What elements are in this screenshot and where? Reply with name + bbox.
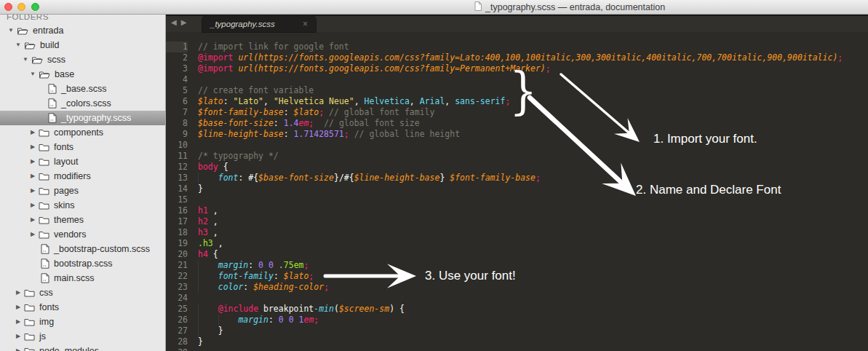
sidebar-item-scss[interactable]: ▼scss bbox=[0, 52, 165, 67]
code-line[interactable]: 17h2 , bbox=[166, 216, 868, 227]
sidebar-item-bootstrap-scss[interactable]: bootstrap.scss bbox=[0, 256, 165, 271]
line-number: 24 bbox=[166, 293, 188, 304]
code-line[interactable]: 19.h3 , bbox=[166, 238, 868, 249]
close-button[interactable] bbox=[4, 3, 12, 11]
line-number: 18 bbox=[166, 227, 188, 238]
code-line[interactable]: 16h1 , bbox=[166, 205, 868, 216]
sidebar-item-build[interactable]: ▼build bbox=[0, 38, 165, 52]
sidebar-item-components[interactable]: ▶components bbox=[0, 125, 165, 140]
code-line[interactable]: 29 bbox=[166, 347, 868, 351]
sidebar-item--base-scss[interactable]: _base.scss bbox=[0, 82, 165, 96]
disclosure-triangle-icon[interactable]: ▶ bbox=[29, 213, 36, 227]
disclosure-triangle-icon[interactable]: ▶ bbox=[29, 227, 36, 242]
folder-closed-icon bbox=[39, 128, 49, 137]
back-icon[interactable]: ◀ bbox=[171, 18, 177, 26]
sidebar-item-base[interactable]: ▼base bbox=[0, 67, 165, 82]
disclosure-triangle-icon[interactable]: ▼ bbox=[7, 23, 15, 38]
zoom-button[interactable] bbox=[31, 3, 39, 11]
line-number: 6 bbox=[166, 96, 188, 107]
title-bar: _typography.scss — entrada, documentatio… bbox=[0, 0, 868, 15]
code-token: // global font size bbox=[314, 118, 419, 128]
code-line[interactable]: 23 color: $heading-color; bbox=[166, 282, 868, 293]
sidebar-item-img[interactable]: ▶img bbox=[0, 315, 165, 329]
line-number: 13 bbox=[166, 173, 188, 184]
disclosure-triangle-icon[interactable]: ▶ bbox=[29, 198, 36, 213]
disclosure-triangle-icon[interactable]: ▶ bbox=[15, 315, 22, 329]
sidebar-item-themes[interactable]: ▶themes bbox=[0, 213, 165, 227]
sidebar-item--bootstrap-custom-scss[interactable]: _bootstrap-custom.scss bbox=[0, 242, 165, 256]
code-line[interactable]: 20h4 { bbox=[166, 249, 868, 260]
close-icon[interactable]: × bbox=[303, 20, 308, 28]
line-number: 1 bbox=[166, 42, 188, 52]
sidebar-item-node-modules[interactable]: ▶node_modules bbox=[0, 344, 165, 351]
line-number: 11 bbox=[166, 151, 188, 162]
code-line[interactable]: 10 bbox=[166, 140, 868, 151]
sidebar-item--colors-scss[interactable]: _colors.scss bbox=[0, 96, 165, 111]
code-token: ; bbox=[546, 63, 551, 74]
sidebar-item--typography-scss[interactable]: _typography.scss bbox=[0, 111, 165, 125]
sidebar-item-label: build bbox=[40, 40, 59, 50]
code-token: 0 bbox=[279, 315, 284, 325]
code-line[interactable]: 21 margin: 0 0 .75em; bbox=[166, 260, 868, 271]
disclosure-triangle-icon[interactable]: ▶ bbox=[29, 125, 36, 140]
line-number: 26 bbox=[166, 315, 188, 326]
app-window: _typography.scss — entrada, documentatio… bbox=[0, 0, 868, 351]
code-token: , bbox=[208, 227, 218, 237]
folder-open-icon bbox=[17, 26, 28, 35]
sidebar-item-vendors[interactable]: ▶vendors bbox=[0, 227, 165, 242]
tab-typography[interactable]: _typography.scss × bbox=[202, 16, 316, 32]
sidebar-item-modifiers[interactable]: ▶modifiers bbox=[0, 169, 165, 184]
disclosure-triangle-icon[interactable]: ▼ bbox=[15, 38, 22, 52]
sidebar-item-label: skins bbox=[54, 200, 74, 210]
code-line[interactable]: 9$line-height-base: 1.71428571; // globa… bbox=[166, 129, 868, 140]
disclosure-triangle-icon[interactable]: ▶ bbox=[15, 344, 22, 351]
code-line[interactable]: 1// import link for google font bbox=[166, 42, 868, 52]
code-line[interactable]: 26 margin: 0 0 1em; bbox=[166, 315, 868, 326]
code-text: .h3 , bbox=[198, 238, 223, 249]
disclosure-triangle-icon[interactable]: ▶ bbox=[29, 184, 36, 198]
code-token: @import bbox=[198, 52, 233, 63]
sidebar-item-pages[interactable]: ▶pages bbox=[0, 184, 165, 198]
sidebar-item-fonts[interactable]: ▶fonts bbox=[0, 140, 165, 154]
sidebar-item-css[interactable]: ▶css bbox=[0, 285, 165, 300]
line-number: 5 bbox=[166, 85, 188, 96]
folder-closed-icon bbox=[39, 230, 49, 239]
code-token bbox=[198, 304, 218, 314]
code-token: .h3 bbox=[198, 238, 213, 248]
file-icon bbox=[41, 273, 49, 283]
sidebar-item-js[interactable]: ▶js bbox=[0, 329, 165, 344]
sidebar-item-label: img bbox=[39, 317, 54, 327]
sidebar-item-main-scss[interactable]: main.scss bbox=[0, 271, 165, 285]
code-token: , bbox=[410, 96, 420, 106]
code-line[interactable]: 18h3 , bbox=[166, 227, 868, 238]
code-line[interactable]: 25 @include breakpoint-min($screen-sm) { bbox=[166, 304, 868, 315]
minimize-button[interactable] bbox=[17, 3, 25, 11]
code-line[interactable]: 22 font-family: $lato; bbox=[166, 271, 868, 282]
code-text: font: #{$base-font-size}/#{$line-height-… bbox=[198, 173, 541, 184]
sidebar-item-layout[interactable]: ▶layout bbox=[0, 154, 165, 169]
disclosure-triangle-icon[interactable]: ▼ bbox=[29, 67, 36, 82]
disclosure-triangle-icon[interactable]: ▶ bbox=[29, 154, 36, 169]
sidebar-item-label: layout bbox=[54, 157, 78, 167]
code-line[interactable]: 27 } bbox=[166, 326, 868, 336]
sidebar-item-entrada[interactable]: ▼entrada bbox=[0, 23, 165, 38]
sidebar-item-fonts[interactable]: ▶fonts bbox=[0, 300, 165, 315]
code-token: ; bbox=[303, 260, 308, 270]
code-line[interactable]: 24 bbox=[166, 293, 868, 304]
code-line[interactable]: 13 font: #{$base-font-size}/#{$line-heig… bbox=[166, 173, 868, 184]
file-icon bbox=[48, 84, 57, 94]
code-line[interactable]: 28} bbox=[166, 336, 868, 347]
code-line[interactable]: 12body { bbox=[166, 162, 868, 173]
disclosure-triangle-icon[interactable]: ▼ bbox=[22, 52, 29, 67]
code-line[interactable]: 11/* typography */ bbox=[166, 151, 868, 162]
code-token: Arial bbox=[420, 96, 445, 106]
disclosure-triangle-icon[interactable]: ▶ bbox=[15, 300, 22, 315]
disclosure-triangle-icon[interactable]: ▶ bbox=[15, 285, 22, 300]
disclosure-triangle-icon[interactable]: ▶ bbox=[29, 140, 36, 154]
disclosure-triangle-icon[interactable]: ▶ bbox=[15, 329, 22, 344]
disclosure-triangle-icon[interactable]: ▶ bbox=[29, 169, 36, 184]
code-token: } bbox=[198, 336, 203, 347]
sidebar-item-skins[interactable]: ▶skins bbox=[0, 198, 165, 213]
code-text: color: $heading-color; bbox=[198, 282, 329, 293]
forward-icon[interactable]: ▶ bbox=[181, 18, 187, 26]
